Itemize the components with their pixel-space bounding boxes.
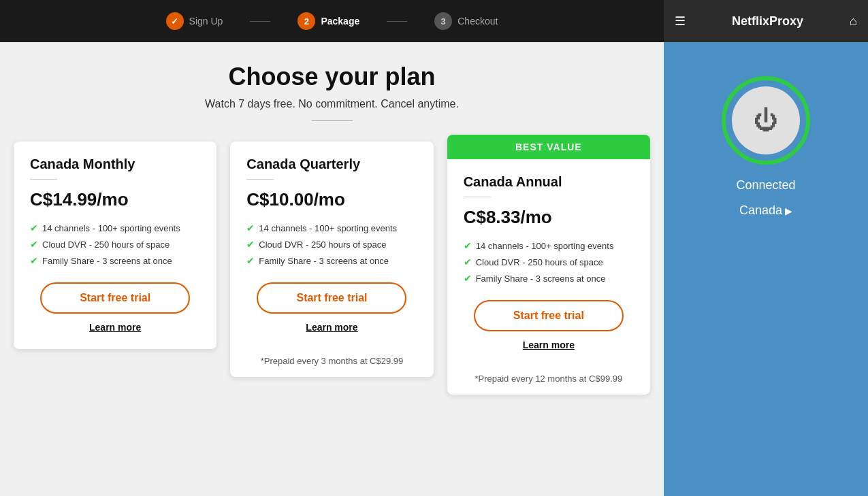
check-icon: ✔ <box>30 255 38 266</box>
nav-step-signup: ✓ Sign Up <box>166 12 223 30</box>
plan-features-monthly: ✔14 channels - 100+ sporting events ✔Clo… <box>30 222 200 266</box>
feature-quarterly-2: ✔Cloud DVR - 250 hours of space <box>246 239 417 250</box>
page-subtitle: Watch 7 days free. No commitment. Cancel… <box>205 98 459 110</box>
step-circle-package: 2 <box>298 12 315 30</box>
plan-actions-annual: Start free trial Learn more <box>464 300 634 350</box>
plan-actions-quarterly: Start free trial Learn more <box>246 282 417 333</box>
step-label-package: Package <box>321 16 359 27</box>
connected-label: Connected <box>736 178 795 193</box>
menu-icon[interactable]: ☰ <box>675 14 686 29</box>
feature-annual-1: ✔14 channels - 100+ sporting events <box>464 240 634 251</box>
check-icon: ✔ <box>30 239 38 250</box>
learn-more-link-quarterly[interactable]: Learn more <box>306 322 357 333</box>
feature-monthly-2: ✔Cloud DVR - 250 hours of space <box>30 239 200 250</box>
plan-features-annual: ✔14 channels - 100+ sporting events ✔Clo… <box>464 240 634 284</box>
feature-quarterly-3: ✔Family Share - 3 screens at once <box>246 255 417 266</box>
power-button[interactable]: ⏻ <box>732 86 800 154</box>
plan-divider-monthly <box>30 179 57 180</box>
plan-name-annual: Canada Annual <box>464 174 634 190</box>
feature-monthly-1: ✔14 channels - 100+ sporting events <box>30 222 200 233</box>
start-trial-button-monthly[interactable]: Start free trial <box>40 282 190 314</box>
plan-name-monthly: Canada Monthly <box>30 156 200 172</box>
check-icon: ✔ <box>246 239 255 250</box>
nav-divider-2 <box>387 21 407 22</box>
power-icon: ⏻ <box>754 108 778 133</box>
check-icon: ✔ <box>464 273 472 284</box>
plan-card-monthly: Canada Monthly C$14.99/mo ✔14 channels -… <box>14 142 216 349</box>
sidebar-header: ☰ NetflixProxy ⌂ <box>664 0 868 42</box>
step-circle-checkout: 3 <box>434 12 452 30</box>
nav-divider-1 <box>250 21 270 22</box>
plan-actions-monthly: Start free trial Learn more <box>30 282 200 333</box>
step-label-signup: Sign Up <box>189 16 223 27</box>
plan-name-quarterly: Canada Quarterly <box>246 156 417 172</box>
nav-step-package: 2 Package <box>298 12 359 30</box>
feature-quarterly-1: ✔14 channels - 100+ sporting events <box>246 222 417 233</box>
location-text: Canada <box>739 203 782 218</box>
learn-more-link-annual[interactable]: Learn more <box>523 340 575 350</box>
plan-divider-annual <box>464 197 491 197</box>
check-icon: ✔ <box>246 255 255 266</box>
step-circle-signup: ✓ <box>166 12 184 30</box>
plan-price-monthly: C$14.99/mo <box>30 189 200 210</box>
page-body: Choose your plan Watch 7 days free. No c… <box>0 42 664 496</box>
page-title: Choose your plan <box>228 63 435 91</box>
nav-step-checkout: 3 Checkout <box>434 12 498 30</box>
power-button-container: ⏻ <box>722 76 810 165</box>
sidebar: ☰ NetflixProxy ⌂ ⏻ Connected Canada ▶ <box>664 0 868 496</box>
start-trial-button-annual[interactable]: Start free trial <box>474 300 624 331</box>
home-icon[interactable]: ⌂ <box>850 14 857 29</box>
plan-card-body-monthly: Canada Monthly C$14.99/mo ✔14 channels -… <box>14 142 216 349</box>
top-nav: ✓ Sign Up 2 Package 3 Checkout <box>0 0 664 42</box>
prepaid-note-annual: *Prepaid every 12 months at C$99.99 <box>447 374 650 395</box>
prepaid-note-quarterly: *Prepaid every 3 months at C$29.99 <box>230 356 433 377</box>
check-icon: ✔ <box>464 257 472 267</box>
best-value-badge: BEST VALUE <box>447 135 650 159</box>
app-name: NetflixProxy <box>732 14 803 29</box>
feature-annual-2: ✔Cloud DVR - 250 hours of space <box>464 257 634 267</box>
power-ring: ⏻ <box>722 76 810 165</box>
feature-annual-3: ✔Family Share - 3 screens at once <box>464 273 634 284</box>
plan-price-annual: C$8.33/mo <box>464 207 634 228</box>
plan-price-quarterly: C$10.00/mo <box>246 189 417 210</box>
feature-monthly-3: ✔Family Share - 3 screens at once <box>30 255 200 266</box>
main-content: ✓ Sign Up 2 Package 3 Checkout Choose yo… <box>0 0 664 496</box>
learn-more-link-monthly[interactable]: Learn more <box>89 322 141 333</box>
plan-card-body-quarterly: Canada Quarterly C$10.00/mo ✔14 channels… <box>230 142 433 349</box>
plan-card-annual: BEST VALUE Canada Annual C$8.33/mo ✔14 c… <box>447 135 650 395</box>
title-divider <box>312 120 353 121</box>
chevron-right-icon: ▶ <box>785 205 792 216</box>
plan-divider-quarterly <box>246 179 274 180</box>
plan-features-quarterly: ✔14 channels - 100+ sporting events ✔Clo… <box>246 222 417 266</box>
start-trial-button-quarterly[interactable]: Start free trial <box>257 282 406 314</box>
location-selector[interactable]: Canada ▶ <box>739 203 792 218</box>
plan-card-quarterly: Canada Quarterly C$10.00/mo ✔14 channels… <box>230 142 433 377</box>
plans-container: Canada Monthly C$14.99/mo ✔14 channels -… <box>14 142 650 395</box>
plan-card-body-annual: Canada Annual C$8.33/mo ✔14 channels - 1… <box>447 159 650 367</box>
step-label-checkout: Checkout <box>457 16 498 27</box>
check-icon: ✔ <box>246 222 255 233</box>
check-icon: ✔ <box>464 240 472 251</box>
check-icon: ✔ <box>30 222 38 233</box>
